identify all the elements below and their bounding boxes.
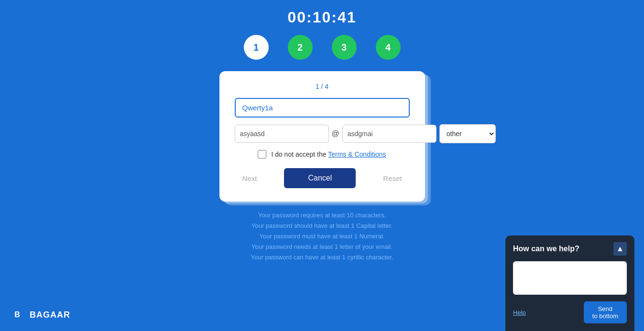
at-symbol: @	[332, 129, 339, 138]
step-4[interactable]: 4	[376, 35, 401, 60]
step-indicators: 1 2 3 4	[0, 35, 644, 60]
logo-icon: B	[10, 307, 25, 322]
terms-link[interactable]: Terms & Conditions	[328, 150, 386, 158]
help-widget: How can we help? ▲ Help Sendto bottom	[505, 235, 634, 331]
help-header: How can we help? ▲	[513, 242, 627, 256]
timer-display: 00:10:41	[0, 0, 644, 26]
help-toggle-button[interactable]: ▲	[613, 242, 627, 256]
cancel-button[interactable]: Cancel	[284, 168, 356, 188]
card-progress: 1 / 4	[235, 83, 410, 90]
send-button[interactable]: Sendto bottom	[584, 301, 627, 323]
form-card-wrapper: 1 / 4 @ other gmail.com yahoo.com hotmai…	[219, 71, 425, 202]
terms-checkbox-row: I do not accept the Terms & Conditions	[235, 150, 410, 159]
next-button[interactable]: Next	[235, 170, 265, 187]
logo-text: BAGAAR	[30, 310, 70, 320]
email-row: @ other gmail.com yahoo.com hotmail.com …	[235, 124, 410, 143]
help-title: How can we help?	[513, 245, 579, 253]
step-2[interactable]: 2	[288, 35, 313, 60]
help-textarea[interactable]	[513, 261, 627, 295]
step-1[interactable]: 1	[244, 35, 269, 60]
hint-2: Your password should have at least 1 Cap…	[0, 221, 644, 231]
terms-checkbox[interactable]	[258, 150, 266, 159]
step-3[interactable]: 3	[332, 35, 357, 60]
help-link-button[interactable]: Help	[513, 309, 526, 316]
hint-1: Your password requires at least 10 chara…	[0, 210, 644, 221]
help-footer: Help Sendto bottom	[513, 301, 627, 323]
form-buttons: Next Cancel Reset	[235, 168, 410, 188]
password-input[interactable]	[235, 98, 410, 117]
email-provider-select[interactable]: other gmail.com yahoo.com hotmail.com ou…	[439, 124, 496, 143]
form-card: 1 / 4 @ other gmail.com yahoo.com hotmai…	[219, 71, 425, 202]
terms-label[interactable]: I do not accept the Terms & Conditions	[271, 150, 386, 158]
email-domain-input[interactable]	[342, 125, 437, 143]
reset-button[interactable]: Reset	[375, 170, 409, 187]
email-local-input[interactable]	[235, 125, 329, 143]
logo: B BAGAAR	[10, 307, 70, 322]
